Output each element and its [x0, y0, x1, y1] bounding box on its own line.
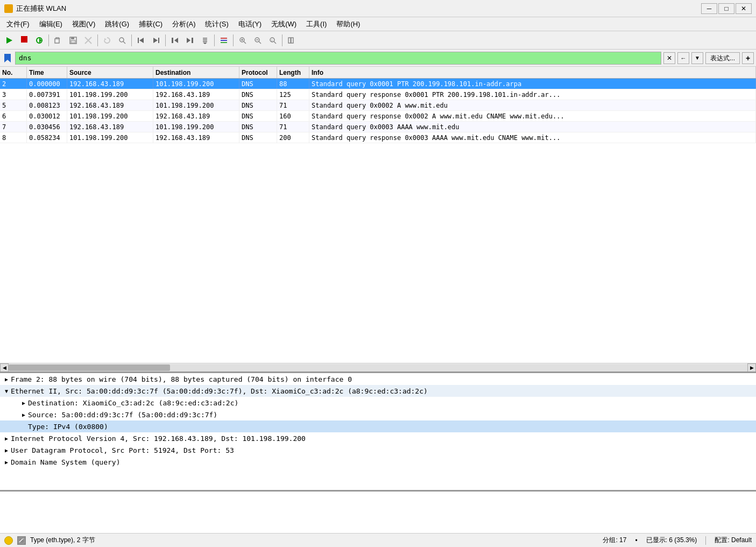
- svg-line-37: [274, 41, 276, 44]
- status-right: 分组: 17 • 已显示: 6 (35.3%) 配置: Default: [603, 536, 752, 545]
- expand-eth-src-icon[interactable]: ▶: [19, 412, 28, 418]
- zoom-reset-button[interactable]: 1: [266, 33, 280, 47]
- expand-dns-icon[interactable]: ▶: [2, 459, 11, 465]
- detail-row-frame[interactable]: ▶ Frame 2: 88 bytes on wire (704 bits), …: [0, 373, 756, 385]
- go-last-button[interactable]: [183, 33, 197, 47]
- detail-row-udp[interactable]: ▶ User Datagram Protocol, Src Port: 5192…: [0, 444, 756, 456]
- detail-row-ipv4[interactable]: ▶ Internet Protocol Version 4, Src: 192.…: [0, 432, 756, 444]
- filter-prev-button[interactable]: ←: [677, 52, 689, 64]
- open-file-button[interactable]: [51, 33, 65, 47]
- edit-packet-icon[interactable]: [17, 536, 26, 545]
- menu-analyze[interactable]: 分析(A): [168, 18, 200, 30]
- table-row[interactable]: 6 0.030012 101.198.199.200 192.168.43.18…: [0, 111, 756, 122]
- filter-input[interactable]: [15, 52, 661, 65]
- table-row[interactable]: 8 0.058234 101.198.199.200 192.168.43.18…: [0, 132, 756, 143]
- horizontal-scrollbar[interactable]: ◀ ▶: [0, 363, 756, 371]
- minimize-button[interactable]: ─: [701, 3, 717, 14]
- menu-help[interactable]: 帮助(H): [332, 18, 364, 30]
- status-profile: 配置: Default: [715, 536, 752, 545]
- menu-view[interactable]: 视图(V): [68, 18, 100, 30]
- expand-eth-dst-sub[interactable]: ▶: [19, 400, 28, 406]
- save-file-button[interactable]: [66, 33, 80, 47]
- status-indicator: [4, 536, 13, 545]
- app-icon: [4, 4, 13, 13]
- close-button[interactable]: ✕: [736, 3, 752, 14]
- find-packet-button[interactable]: [115, 33, 129, 47]
- menu-tools[interactable]: 工具(I): [302, 18, 331, 30]
- scroll-right-button[interactable]: ▶: [747, 363, 756, 372]
- eth-src-detail-text: Source: 5a:00:dd:d9:3c:7f (5a:00:dd:d9:3…: [28, 411, 217, 419]
- scroll-left-button[interactable]: ◀: [0, 363, 9, 372]
- menu-capture[interactable]: 捕获(C): [135, 18, 167, 30]
- status-bar: Type (eth.type), 2 字节 分组: 17 • 已显示: 6 (3…: [0, 533, 756, 547]
- menu-goto[interactable]: 跳转(G): [101, 18, 133, 30]
- svg-point-12: [119, 38, 124, 42]
- stop-capture-button[interactable]: [17, 33, 31, 47]
- table-row[interactable]: 7 0.030456 192.168.43.189 101.198.199.20…: [0, 122, 756, 132]
- expand-frame-icon[interactable]: ▶: [2, 376, 11, 382]
- header-no: No.: [0, 67, 27, 78]
- cell-len: 200: [277, 132, 309, 143]
- menu-telephony[interactable]: 电话(Y): [234, 18, 266, 30]
- table-row[interactable]: 3 0.007391 101.198.199.200 192.168.43.18…: [0, 89, 756, 100]
- svg-marker-16: [153, 38, 158, 43]
- scroll-down-button[interactable]: [198, 33, 212, 47]
- table-row[interactable]: 5 0.008123 192.168.43.189 101.198.199.20…: [0, 100, 756, 111]
- svg-rect-5: [55, 39, 59, 43]
- cell-src: 192.168.43.189: [67, 79, 153, 89]
- columns-button[interactable]: [285, 33, 299, 47]
- packet-detail: ▶ Frame 2: 88 bytes on wire (704 bits), …: [0, 371, 756, 490]
- zoom-out-button[interactable]: [251, 33, 265, 47]
- cell-no: 7: [0, 122, 27, 132]
- filter-expression-button[interactable]: 表达式...: [705, 52, 740, 64]
- scroll-thumb[interactable]: [9, 364, 170, 371]
- expand-udp-icon[interactable]: ▶: [2, 447, 11, 453]
- prev-packet-button[interactable]: [134, 33, 148, 47]
- expand-ethernet-icon[interactable]: ▼: [2, 388, 11, 394]
- svg-text:1: 1: [271, 39, 273, 42]
- toolbar-separator-6: [233, 34, 234, 46]
- restart-capture-button[interactable]: [32, 33, 46, 47]
- filter-clear-button[interactable]: ✕: [663, 52, 675, 64]
- filter-add-button[interactable]: +: [742, 52, 754, 64]
- scroll-track[interactable]: [9, 364, 747, 371]
- menu-edit[interactable]: 编辑(E): [35, 18, 67, 30]
- colorize-button[interactable]: [217, 33, 231, 47]
- detail-row-eth-type[interactable]: ▶ Type: IPv4 (0x0800): [0, 420, 756, 432]
- cell-src: 101.198.199.200: [67, 111, 153, 121]
- cell-len: 160: [277, 111, 309, 121]
- cell-proto: DNS: [239, 122, 277, 132]
- detail-row-eth-dst[interactable]: ▶ ▶ Destination: XiaomiCo_c3:ad:2c (a8:9…: [0, 397, 756, 409]
- filter-dropdown-button[interactable]: ▼: [691, 52, 703, 64]
- filter-bar: ✕ ← ▼ 表达式... +: [0, 50, 756, 67]
- cell-dst: 192.168.43.189: [153, 132, 239, 143]
- cell-src: 192.168.43.189: [67, 100, 153, 110]
- header-time: Time: [27, 67, 67, 78]
- toolbar-separator-2: [97, 34, 98, 46]
- detail-row-eth-src[interactable]: ▶ ▶ Source: 5a:00:dd:d9:3c:7f (5a:00:dd:…: [0, 409, 756, 420]
- menu-file[interactable]: 文件(F): [2, 18, 34, 30]
- start-capture-button[interactable]: [2, 33, 16, 47]
- detail-row-dns[interactable]: ▶ Domain Name System (query): [0, 456, 756, 468]
- next-packet-button[interactable]: [149, 33, 163, 47]
- cell-proto: DNS: [239, 111, 277, 121]
- cell-info: Standard query 0x0003 AAAA www.mit.edu: [309, 122, 756, 132]
- menu-wireless[interactable]: 无线(W): [267, 18, 301, 30]
- table-row[interactable]: 2 0.000000 192.168.43.189 101.198.199.20…: [0, 79, 756, 89]
- svg-rect-7: [71, 37, 74, 39]
- expand-ipv4-icon[interactable]: ▶: [2, 436, 11, 441]
- reload-button[interactable]: [100, 33, 114, 47]
- menu-statistics[interactable]: 统计(S): [201, 18, 232, 30]
- toolbar-separator-7: [282, 34, 282, 46]
- close-file-button[interactable]: [81, 33, 95, 47]
- toolbar-separator-5: [214, 34, 215, 46]
- cell-info: Standard query 0x0002 A www.mit.edu: [309, 100, 756, 110]
- go-first-button[interactable]: [168, 33, 182, 47]
- zoom-in-button[interactable]: [236, 33, 250, 47]
- status-left: Type (eth.type), 2 字节: [4, 536, 95, 545]
- status-displayed: 已显示: 6 (35.3%): [646, 536, 697, 545]
- detail-row-ethernet[interactable]: ▼ Ethernet II, Src: 5a:00:dd:d9:3c:7f (5…: [0, 385, 756, 397]
- cell-len: 125: [277, 89, 309, 100]
- svg-marker-18: [174, 38, 178, 43]
- maximize-button[interactable]: □: [718, 3, 734, 14]
